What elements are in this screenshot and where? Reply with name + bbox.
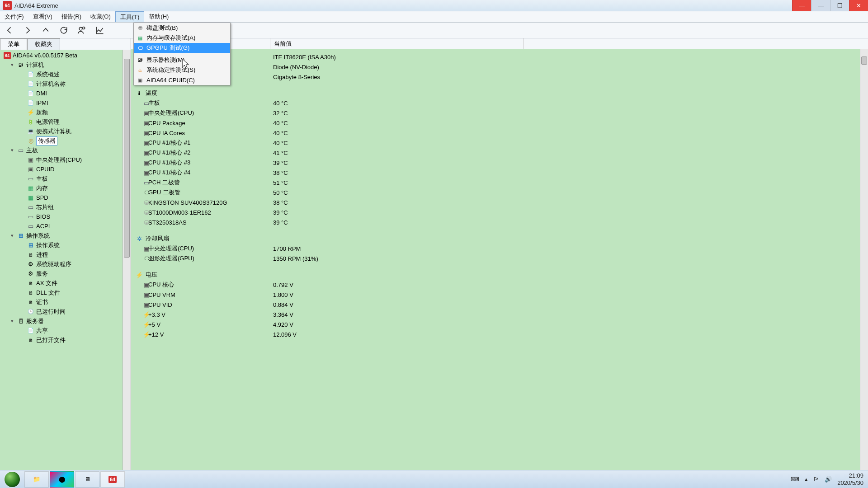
list-row[interactable]: 中央处理器(CPU)32 °C bbox=[135, 108, 868, 118]
tray-keyboard-icon[interactable]: ⌨ bbox=[791, 476, 799, 483]
tree-item[interactable]: 操作系统 bbox=[2, 240, 131, 250]
expand-icon[interactable]: ▾ bbox=[11, 233, 15, 239]
list-row[interactable]: ITE IT8620E (ISA A30h) bbox=[135, 52, 868, 62]
tree-item[interactable]: 证书 bbox=[2, 297, 131, 307]
list-row[interactable]: CPU VRM1.800 V bbox=[135, 290, 868, 300]
tree-group[interactable]: ▾服务器 bbox=[2, 316, 131, 326]
user-button[interactable] bbox=[76, 24, 88, 36]
dropdown-item[interactable]: 显示器检测(M) bbox=[134, 55, 230, 65]
tray-volume-icon[interactable]: 🔊 bbox=[825, 476, 832, 483]
maximize-button[interactable]: ❐ bbox=[830, 0, 849, 11]
taskbar-explorer[interactable]: 📁 bbox=[24, 471, 49, 488]
expand-icon[interactable]: ▾ bbox=[11, 318, 15, 324]
list-row[interactable]: CPU #1/核心 #140 °C bbox=[135, 138, 868, 148]
tree-item[interactable]: SPD bbox=[2, 193, 131, 202]
list-row[interactable]: +5 V4.920 V bbox=[135, 319, 868, 329]
list-row[interactable]: CPU 核心0.792 V bbox=[135, 280, 868, 290]
unknown-button[interactable]: — bbox=[792, 0, 811, 11]
taskbar-clock[interactable]: 21:09 2020/5/30 bbox=[837, 472, 863, 486]
list-row[interactable]: 图形处理器(GPU)1350 RPM (31%) bbox=[135, 253, 868, 263]
tree-item[interactable]: 中央处理器(CPU) bbox=[2, 155, 131, 164]
tab-menu[interactable]: 菜单 bbox=[0, 38, 27, 50]
tree-item[interactable]: 系统概述 bbox=[2, 70, 131, 79]
column-value[interactable]: 当前值 bbox=[270, 38, 524, 49]
tab-favorites[interactable]: 收藏夹 bbox=[27, 38, 60, 50]
tree-item[interactable]: 已运行时间 bbox=[2, 307, 131, 316]
tree-item[interactable]: ACPI bbox=[2, 221, 131, 231]
list-row[interactable]: Diode (NV-Diode) bbox=[135, 62, 868, 72]
system-tray[interactable]: ⌨ ▴ 🏳 🔊 21:09 2020/5/30 bbox=[786, 472, 868, 486]
list-row[interactable]: CPU #1/核心 #241 °C bbox=[135, 148, 868, 158]
dropdown-item[interactable]: 内存与缓存测试(A) bbox=[134, 33, 230, 43]
tree-item[interactable]: 进程 bbox=[2, 250, 131, 259]
menu-help[interactable]: 帮助(H) bbox=[144, 11, 173, 22]
start-button[interactable] bbox=[0, 470, 24, 488]
menu-favorites[interactable]: 收藏(O) bbox=[86, 11, 115, 22]
forward-button[interactable] bbox=[22, 24, 33, 36]
tree-root-label[interactable]: AIDA64 v6.00.5157 Beta bbox=[13, 52, 77, 59]
taskbar-aida64[interactable]: 64 bbox=[100, 471, 125, 488]
tray-up-icon[interactable]: ▴ bbox=[805, 476, 808, 483]
list-row[interactable]: PCH 二极管51 °C bbox=[135, 178, 868, 188]
tree-item[interactable]: 计算机名称 bbox=[2, 79, 131, 89]
list-scrollbar[interactable] bbox=[860, 49, 868, 470]
menu-report[interactable]: 报告(R) bbox=[57, 11, 86, 22]
close-button[interactable]: ✕ bbox=[849, 0, 868, 11]
tree-group[interactable]: ▾主板 bbox=[2, 145, 131, 155]
expand-icon[interactable]: ▾ bbox=[11, 147, 15, 153]
tree-group[interactable]: ▾操作系统 bbox=[2, 231, 131, 240]
list-row[interactable]: GPU 二极管50 °C bbox=[135, 188, 868, 197]
list-row[interactable]: 主板名称Gigabyte 8-Series bbox=[135, 72, 868, 82]
tree-item[interactable]: 电源管理 bbox=[2, 117, 131, 127]
tree-item[interactable]: 便携式计算机 bbox=[2, 127, 131, 136]
tree-item[interactable]: 内存 bbox=[2, 183, 131, 193]
dropdown-item[interactable]: 磁盘测试(B) bbox=[134, 23, 230, 33]
dropdown-item[interactable]: AIDA64 CPUID(C) bbox=[134, 75, 230, 85]
menu-tools[interactable]: 工具(T) bbox=[115, 11, 145, 22]
tree-item[interactable]: 主板 bbox=[2, 174, 131, 183]
tree-item[interactable]: 共享 bbox=[2, 326, 131, 335]
navigation-tree[interactable]: 64AIDA64 v6.00.5157 Beta▾计算机系统概述计算机名称DMI… bbox=[0, 50, 131, 346]
tree-item[interactable]: 传感器 bbox=[2, 136, 131, 145]
list-row[interactable]: CPU #1/核心 #438 °C bbox=[135, 168, 868, 178]
minimize-button[interactable]: — bbox=[811, 0, 830, 11]
tree-item[interactable]: DLL 文件 bbox=[2, 288, 131, 297]
list-row[interactable]: CPU #1/核心 #339 °C bbox=[135, 158, 868, 168]
up-button[interactable] bbox=[40, 24, 52, 36]
tree-item[interactable]: 服务 bbox=[2, 269, 131, 278]
tree-item[interactable]: BIOS bbox=[2, 212, 131, 221]
back-button[interactable] bbox=[4, 24, 15, 36]
list-row[interactable]: CPU IA Cores40 °C bbox=[135, 128, 868, 138]
tree-item[interactable]: CPUID bbox=[2, 164, 131, 174]
section-header: 温度 bbox=[135, 88, 868, 98]
tree-scrollbar[interactable] bbox=[123, 50, 131, 470]
list-row[interactable]: 中央处理器(CPU)1700 RPM bbox=[135, 244, 868, 253]
tree-label: 计算机 bbox=[26, 61, 44, 69]
list-row[interactable]: ST3250318AS39 °C bbox=[135, 217, 868, 227]
menu-file[interactable]: 文件(F) bbox=[0, 11, 28, 22]
dropdown-item[interactable]: 系统稳定性测试(S) bbox=[134, 65, 230, 75]
list-row[interactable]: +12 V12.096 V bbox=[135, 329, 868, 339]
tree-group[interactable]: ▾计算机 bbox=[2, 60, 131, 70]
taskbar-app[interactable]: 🖥 bbox=[75, 471, 99, 488]
list-row[interactable]: 主板40 °C bbox=[135, 98, 868, 108]
tree-item[interactable]: DMI bbox=[2, 89, 131, 98]
tree-item[interactable]: 已打开文件 bbox=[2, 335, 131, 345]
list-row[interactable]: ST1000DM003-1ER16239 °C bbox=[135, 207, 868, 217]
dropdown-item[interactable]: GPGPU 测试(G) bbox=[134, 43, 230, 53]
tree-item[interactable]: IPMI bbox=[2, 98, 131, 108]
tree-item[interactable]: 芯片组 bbox=[2, 202, 131, 212]
list-row[interactable]: CPU VID0.884 V bbox=[135, 300, 868, 310]
chart-button[interactable] bbox=[94, 24, 106, 36]
menu-view[interactable]: 查看(V) bbox=[28, 11, 57, 22]
list-row[interactable]: KINGSTON SUV400S37120G38 °C bbox=[135, 197, 868, 207]
tree-item[interactable]: AX 文件 bbox=[2, 278, 131, 288]
list-row[interactable]: CPU Package40 °C bbox=[135, 118, 868, 128]
refresh-button[interactable] bbox=[58, 24, 70, 36]
list-row[interactable]: +3.3 V3.364 V bbox=[135, 310, 868, 319]
expand-icon[interactable]: ▾ bbox=[11, 62, 15, 68]
taskbar-browser[interactable]: ⬤ bbox=[50, 471, 74, 488]
tree-item[interactable]: 系统驱动程序 bbox=[2, 259, 131, 269]
tree-item[interactable]: 超频 bbox=[2, 108, 131, 117]
tray-flag-icon[interactable]: 🏳 bbox=[813, 476, 819, 483]
